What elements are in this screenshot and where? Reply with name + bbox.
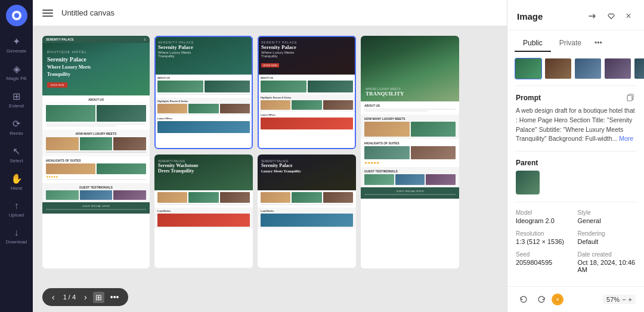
hand-icon: ✋: [11, 173, 23, 184]
meta-resolution-label: Resolution: [516, 230, 574, 237]
panel-title: Image: [517, 11, 543, 21]
sidebar-item-magic-fill[interactable]: ◈ Magic Fill: [0, 58, 33, 86]
meta-rendering: Rendering Default: [578, 230, 636, 245]
panel-tabs: Public Private •••: [507, 30, 644, 52]
zoom-value: 57%: [606, 296, 620, 303]
sidebar-item-select[interactable]: ↖ Select: [0, 141, 33, 168]
sidebar-item-generate[interactable]: ✦ Generate: [0, 31, 33, 58]
sidebar-item-download[interactable]: ↓ Download: [0, 223, 33, 249]
generate-icon: ✦: [13, 36, 20, 47]
zoom-control: 57% − +: [603, 295, 636, 304]
parent-section: Parent: [507, 154, 644, 199]
next-button[interactable]: ›: [82, 291, 89, 303]
sidebar-item-upload[interactable]: ↑ Upload: [0, 196, 33, 223]
menu-icon[interactable]: [42, 7, 54, 19]
prompt-section: Prompt A web design draft for a boutique…: [507, 88, 644, 149]
image-card-3[interactable]: SERENITY PALACE Serenity Palace Where Lu…: [258, 36, 356, 149]
redo-button[interactable]: [534, 292, 549, 307]
prompt-label: Prompt: [516, 94, 541, 102]
sidebar-item-label-magic-fill: Magic Fill: [7, 76, 27, 81]
meta-date-label: Date created: [578, 251, 636, 258]
panel-bottom-bar: 57% − +: [507, 286, 644, 312]
svg-point-4: [556, 298, 559, 301]
share-icon[interactable]: [584, 8, 600, 24]
favorite-icon[interactable]: [603, 8, 619, 24]
thumb-2[interactable]: [544, 58, 572, 79]
sidebar-item-label-download: Download: [6, 239, 27, 245]
image-card-1[interactable]: SERENITY PALACE ☰ BOUTIQUE HOTEL Serenit…: [42, 36, 150, 268]
svg-point-1: [14, 13, 19, 18]
parent-label: Parent: [516, 159, 538, 167]
copy-icon[interactable]: [626, 93, 636, 103]
thumb-3[interactable]: [574, 58, 602, 79]
prompt-text: A web design draft for a boutique hotel …: [516, 106, 636, 144]
sidebar-item-label-hand: Hand: [11, 186, 22, 191]
meta-date: Date created Oct 18, 2024, 10:46 AM: [578, 251, 636, 273]
meta-model: Model Ideogram 2.0: [516, 209, 574, 224]
close-button[interactable]: ×: [623, 10, 634, 22]
zoom-plus-button[interactable]: +: [628, 296, 632, 303]
image-card-2[interactable]: SERENITY PALACE Serenity Palace Where Lu…: [154, 36, 253, 149]
thumbnails-strip: [507, 52, 644, 83]
image-card-5[interactable]: SERENITY PALACE Serenity WachstoneDrees …: [154, 155, 253, 268]
sidebar-item-label-generate: Generate: [7, 48, 26, 54]
app-logo[interactable]: [6, 5, 27, 26]
thumb-5[interactable]: [634, 58, 644, 79]
meta-style-value: General: [578, 217, 636, 224]
undo-button[interactable]: [516, 292, 531, 307]
thumb-1[interactable]: [515, 58, 542, 79]
magic-fill-icon: ◈: [13, 63, 20, 75]
viewer-toolbar: ‹ 1 / 4 › ⊞ •••: [42, 288, 128, 306]
parent-thumbnail[interactable]: [516, 171, 540, 194]
meta-seed-value: 2059804595: [516, 259, 574, 266]
sidebar-item-extend[interactable]: ⊞ Extend: [0, 86, 33, 113]
prev-button[interactable]: ‹: [49, 291, 57, 303]
palette-button[interactable]: [552, 294, 564, 305]
svg-rect-2: [627, 95, 632, 101]
meta-seed: Seed 2059804595: [516, 251, 574, 273]
sidebar: ✦ Generate ◈ Magic Fill ⊞ Extend ⟳ Remix…: [0, 0, 33, 312]
more-options-button[interactable]: •••: [108, 291, 122, 303]
view-toggle-button[interactable]: ⊞: [93, 292, 104, 303]
sidebar-item-label-extend: Extend: [9, 103, 24, 109]
tab-private[interactable]: Private: [551, 35, 590, 52]
parent-label-row: Parent: [516, 159, 636, 167]
meta-date-value: Oct 18, 2024, 10:46 AM: [578, 259, 636, 273]
tabs-more-button[interactable]: •••: [590, 35, 607, 52]
canvas-title: Untitled canvas: [61, 8, 114, 17]
meta-style-label: Style: [578, 209, 636, 216]
nav-counter: 1 / 4: [61, 294, 78, 301]
thumb-4[interactable]: [604, 58, 631, 79]
right-panel: Image × Public Private ••• Prompt: [507, 0, 644, 312]
divider-3: [515, 202, 637, 202]
meta-grid: Model Ideogram 2.0 Style General Resolut…: [507, 205, 644, 278]
meta-model-value: Ideogram 2.0: [516, 217, 574, 224]
tab-public[interactable]: Public: [515, 35, 551, 52]
meta-resolution: Resolution 1:3 (512 × 1536): [516, 230, 574, 245]
remix-icon: ⟳: [13, 118, 20, 129]
sidebar-item-remix[interactable]: ⟳ Remix: [0, 113, 33, 141]
zoom-minus-button[interactable]: −: [622, 296, 626, 303]
meta-seed-label: Seed: [516, 251, 574, 258]
image-grid: SERENITY PALACE ☰ BOUTIQUE HOTEL Serenit…: [42, 36, 497, 268]
sidebar-item-label-remix: Remix: [10, 131, 23, 136]
mockup-nav-1: SERENITY PALACE ☰: [42, 36, 150, 43]
panel-header: Image ×: [507, 0, 644, 30]
image-card-4[interactable]: WHERE LUXURY MEETS TRANQUILITY ABOUT US …: [361, 36, 459, 268]
prompt-label-row: Prompt: [516, 93, 636, 103]
topbar: Untitled canvas: [33, 0, 507, 26]
meta-model-label: Model: [516, 209, 574, 216]
divider-2: [515, 151, 637, 152]
more-link[interactable]: More: [619, 135, 633, 142]
sidebar-item-label-select: Select: [10, 158, 23, 163]
main-canvas: SERENITY PALACE ☰ BOUTIQUE HOTEL Serenit…: [33, 26, 507, 312]
sidebar-item-label-upload: Upload: [9, 212, 24, 218]
sidebar-item-hand[interactable]: ✋ Hand: [0, 168, 33, 196]
meta-resolution-value: 1:3 (512 × 1536): [516, 238, 574, 245]
image-card-6[interactable]: SERENITY PALACE Serenity PalaceLuxury Me…: [258, 155, 356, 268]
upload-icon: ↑: [14, 200, 19, 211]
meta-style: Style General: [578, 209, 636, 224]
select-icon: ↖: [13, 146, 20, 157]
meta-rendering-label: Rendering: [578, 230, 636, 237]
download-icon: ↓: [14, 227, 19, 238]
